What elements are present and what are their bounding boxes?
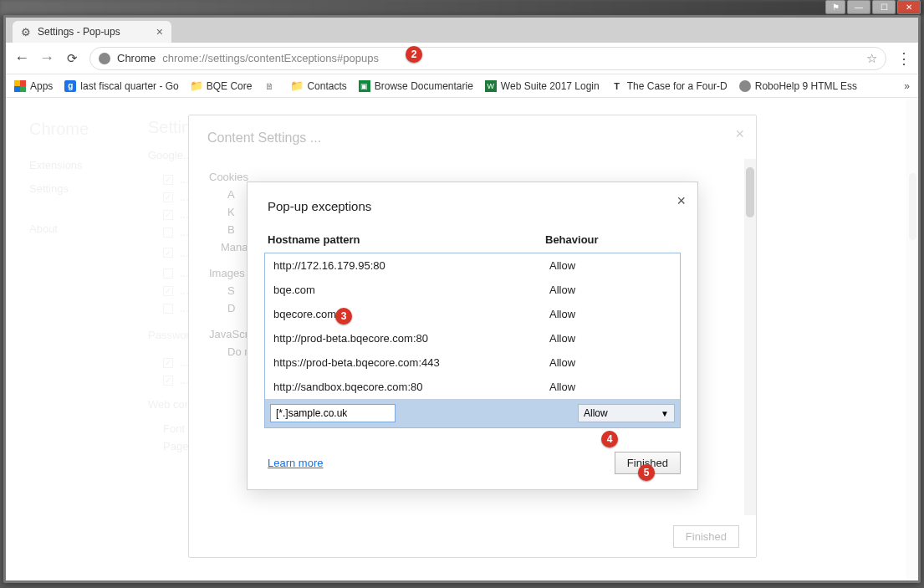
close-icon: × (735, 125, 744, 143)
site-icon (739, 80, 751, 92)
site-icon: T (611, 80, 623, 92)
table-row[interactable]: https://prod-beta.bqecore.com:443 Allow (265, 350, 680, 375)
behaviour-cell: Allow (549, 308, 671, 320)
host-cell: bqe.com (273, 284, 549, 296)
select-value: Allow (584, 407, 608, 419)
annotation-2: 2 (406, 46, 422, 63)
table-row[interactable]: http://sandbox.bqecore.com:80 Allow (265, 375, 680, 399)
col-hostname-header: Hostname pattern (268, 233, 545, 246)
host-cell: bqecore.com (273, 308, 549, 320)
forward-button: → (39, 51, 54, 66)
bookmark-label: BQE Core (207, 80, 253, 92)
popup-exceptions-modal: Pop-up exceptions × Hostname pattern Beh… (247, 182, 698, 490)
table-row[interactable]: http://prod-beta.bqecore.com:80 Allow (265, 326, 680, 350)
bookmark-label: RoboHelp 9 HTML Ess (755, 80, 857, 92)
bookmark-item[interactable]: 📁BQE Core (191, 80, 253, 92)
bookmark-label: The Case for a Four-D (627, 80, 727, 92)
google-icon: g (64, 80, 76, 92)
bookmarks-bar: Apps glast fiscal quarter - Go 📁BQE Core… (6, 74, 918, 98)
apps-shortcut[interactable]: Apps (14, 80, 53, 92)
site-info-icon[interactable] (99, 53, 110, 64)
behaviour-select[interactable]: Allow ▼ (578, 404, 675, 422)
bookmarks-overflow-button[interactable]: » (904, 80, 910, 92)
folder-icon: 📁 (291, 80, 303, 92)
toolbar: ← → ⟳ Chrome chrome://settings/contentEx… (6, 43, 918, 74)
option-text: S (227, 284, 235, 297)
main-menu-button[interactable]: ⋮ (896, 49, 910, 68)
bookmark-label: Browse Documentarie (375, 80, 473, 92)
page-content: Chrome Extensions Settings About Setting… (6, 98, 918, 580)
apps-icon (14, 80, 26, 92)
option-text: K (227, 206, 235, 218)
behaviour-cell: Allow (549, 284, 671, 296)
tab-title: Settings - Pop-ups (38, 26, 120, 38)
bookmark-label: last fiscal quarter - Go (80, 80, 178, 92)
table-row[interactable]: bqecore.com Allow (265, 302, 680, 326)
bookmark-item[interactable]: ▣Browse Documentarie (359, 80, 473, 92)
bookmark-item[interactable]: RoboHelp 9 HTML Ess (739, 80, 857, 92)
col-behaviour-header: Behaviour (545, 233, 599, 246)
modal-title: Pop-up exceptions (264, 199, 681, 217)
titlebar-user-icon[interactable]: ⚑ (825, 0, 845, 14)
annotation-5: 5 (638, 464, 655, 481)
bookmark-item[interactable]: glast fiscal quarter - Go (64, 80, 178, 92)
annotation-4: 4 (601, 431, 618, 447)
folder-icon: 📁 (191, 80, 202, 92)
option-text: D (227, 302, 235, 314)
site-label: Chrome (117, 52, 156, 64)
bookmark-item[interactable]: 🗎 (263, 80, 279, 92)
modal-title: Content Settings ... (189, 115, 756, 152)
bookmark-item[interactable]: WWeb Suite 2017 Login (485, 80, 600, 92)
site-icon: ▣ (359, 80, 370, 92)
hostname-pattern-input[interactable] (270, 404, 396, 422)
host-cell: http://sandbox.bqecore.com:80 (273, 381, 549, 393)
titlebar-minimize-button[interactable]: — (847, 0, 870, 14)
annotation-3: 3 (335, 308, 352, 325)
table-row[interactable]: bqe.com Allow (265, 278, 680, 302)
table-row[interactable]: http://172.16.179.95:80 Allow (265, 253, 680, 278)
bookmark-star-icon[interactable]: ☆ (866, 51, 877, 66)
behaviour-cell: Allow (549, 356, 671, 369)
tab-strip: ⚙ Settings - Pop-ups × (6, 18, 918, 43)
table-header: Hostname pattern Behaviour (264, 217, 681, 253)
exceptions-table: http://172.16.179.95:80 Allow bqe.com Al… (264, 253, 681, 428)
host-cell: https://prod-beta.bqecore.com:443 (273, 356, 549, 369)
back-button[interactable]: ← (14, 51, 29, 66)
bookmark-label: Contacts (307, 80, 346, 92)
site-icon: W (485, 80, 497, 92)
option-text: B (227, 223, 235, 236)
host-cell: http://172.16.179.95:80 (273, 259, 549, 272)
gear-icon: ⚙ (21, 26, 31, 38)
address-bar[interactable]: Chrome chrome://settings/contentExceptio… (89, 47, 886, 70)
bookmark-item[interactable]: TThe Case for a Four-D (611, 80, 727, 92)
behaviour-cell: Allow (549, 381, 671, 393)
tab-settings[interactable]: ⚙ Settings - Pop-ups × (13, 21, 171, 43)
titlebar-maximize-button[interactable]: ☐ (872, 0, 896, 14)
modal-scrollbar (744, 159, 756, 515)
bookmark-label: Web Suite 2017 Login (501, 80, 600, 92)
host-cell: http://prod-beta.bqecore.com:80 (273, 332, 549, 345)
behaviour-cell: Allow (549, 332, 671, 345)
new-exception-row: Allow ▼ (265, 399, 680, 427)
finished-button-ghost: Finished (673, 525, 739, 548)
browser-window: ⚙ Settings - Pop-ups × ← → ⟳ Chrome chro… (3, 15, 921, 583)
document-icon: 🗎 (263, 80, 275, 92)
chevron-down-icon: ▼ (661, 409, 669, 418)
learn-more-link[interactable]: Learn more (268, 457, 323, 469)
titlebar-close-button[interactable]: ✕ (897, 0, 921, 14)
url-text: chrome://settings/contentExceptions#popu… (162, 52, 379, 64)
behaviour-cell: Allow (549, 259, 671, 272)
bookmark-item[interactable]: 📁Contacts (291, 80, 346, 92)
tab-close-icon[interactable]: × (156, 25, 163, 38)
reload-button[interactable]: ⟳ (64, 51, 79, 66)
option-text: A (227, 188, 235, 201)
apps-label: Apps (30, 80, 53, 92)
close-icon[interactable]: × (676, 192, 686, 210)
